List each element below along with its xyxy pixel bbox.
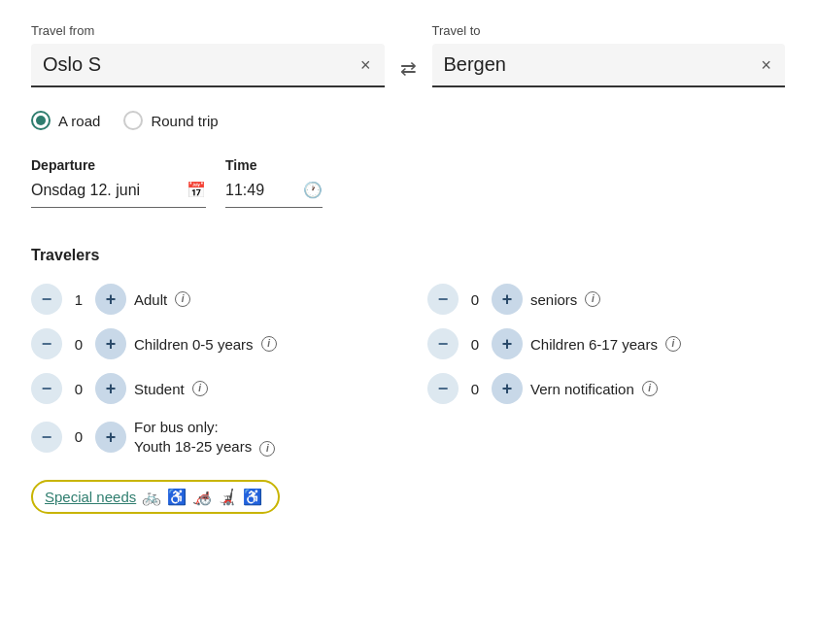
radio-label-round-trip: Round trip — [151, 113, 218, 129]
traveler-row-bus-youth: − 0 + For bus only: Youth 18-25 years i — [31, 418, 389, 457]
travelers-label: Travelers — [31, 247, 785, 264]
departure-input-wrap[interactable]: Onsdag 12. juni 📅 — [31, 181, 206, 208]
special-needs-wrap: Special needs 🚲 ♿ 🦽 🦼 ♿ — [31, 480, 280, 514]
special-needs-row: Special needs 🚲 ♿ 🦽 🦼 ♿ — [31, 480, 785, 514]
adult-info-icon[interactable]: i — [175, 291, 190, 307]
radio-label-a-road: A road — [58, 113, 100, 129]
travelers-right-col: − 0 + seniors i − 0 + Children 6-17 year… — [427, 284, 785, 457]
traveler-row-student: − 0 + Student i — [31, 373, 389, 404]
radio-option-a-road[interactable]: A road — [31, 111, 100, 130]
children617-label: Children 6-17 years — [530, 336, 658, 353]
bus-youth-decrement-button[interactable]: − — [31, 422, 62, 453]
bus-youth-label: For bus only: Youth 18-25 years i — [134, 418, 275, 457]
vern-label: Vern notification — [530, 381, 634, 397]
children05-decrement-button[interactable]: − — [31, 328, 62, 359]
children617-count: 0 — [466, 336, 484, 353]
wheelchair-icon-4: ♿ — [243, 488, 262, 506]
student-decrement-button[interactable]: − — [31, 373, 62, 404]
swap-button[interactable]: ⇄ — [396, 56, 421, 80]
seniors-decrement-button[interactable]: − — [427, 284, 459, 315]
radio-dot-a-road — [36, 116, 46, 125]
bus-youth-increment-button[interactable]: + — [95, 422, 126, 453]
seniors-increment-button[interactable]: + — [492, 284, 523, 315]
wheelchair-icon-2: 🦽 — [192, 488, 212, 506]
travel-to-label: Travel to — [432, 23, 786, 38]
vern-increment-button[interactable]: + — [492, 373, 523, 404]
traveler-row-children-6-17: − 0 + Children 6-17 years i — [427, 328, 785, 359]
travel-from-value: Oslo S — [43, 53, 358, 76]
route-options-row: A road Round trip — [31, 111, 785, 130]
children617-decrement-button[interactable]: − — [427, 328, 459, 359]
travel-to-clear-button[interactable]: × — [759, 56, 773, 74]
time-field: Time 11:49 🕐 — [225, 157, 323, 208]
travel-from-clear-button[interactable]: × — [358, 56, 373, 74]
bus-youth-count: 0 — [70, 428, 87, 445]
datetime-row: Departure Onsdag 12. juni 📅 Time 11:49 🕐 — [31, 157, 785, 208]
time-input-wrap[interactable]: 11:49 🕐 — [225, 181, 323, 208]
seniors-count: 0 — [466, 291, 484, 308]
traveler-row-children-0-5: − 0 + Children 0-5 years i — [31, 328, 389, 359]
vern-info-icon[interactable]: i — [642, 381, 658, 396]
departure-value: Onsdag 12. juni — [31, 182, 179, 199]
adult-decrement-button[interactable]: − — [31, 284, 62, 315]
departure-label: Departure — [31, 157, 206, 173]
student-increment-button[interactable]: + — [95, 373, 126, 404]
vern-decrement-button[interactable]: − — [427, 373, 459, 404]
vern-count: 0 — [466, 381, 484, 397]
traveler-row-adult: − 1 + Adult i — [31, 284, 389, 315]
travel-to-field: Travel to Bergen × — [432, 23, 786, 87]
radio-option-round-trip[interactable]: Round trip — [123, 111, 218, 130]
travelers-section: Travelers − 1 + Adult i − 0 + Children 0… — [31, 247, 785, 457]
travel-from-input-wrap: Oslo S × — [31, 44, 385, 87]
radio-circle-round-trip — [123, 111, 143, 130]
radio-circle-a-road — [31, 111, 51, 130]
clock-icon: 🕐 — [303, 181, 323, 199]
calendar-icon: 📅 — [187, 181, 206, 199]
children05-info-icon[interactable]: i — [261, 336, 277, 352]
adult-increment-button[interactable]: + — [95, 284, 126, 315]
swap-icon: ⇄ — [400, 56, 417, 80]
children05-label: Children 0-5 years — [134, 336, 254, 353]
traveler-row-vern: − 0 + Vern notification i — [427, 373, 785, 404]
travel-to-input-wrap: Bergen × — [432, 44, 786, 87]
special-needs-button[interactable]: Special needs — [45, 489, 136, 505]
wheelchair-icon-1: ♿ — [167, 488, 187, 506]
student-count: 0 — [70, 381, 87, 397]
children617-increment-button[interactable]: + — [492, 328, 523, 359]
travel-from-field: Travel from Oslo S × — [31, 23, 385, 87]
traveler-row-seniors: − 0 + seniors i — [427, 284, 785, 315]
children617-info-icon[interactable]: i — [665, 336, 681, 352]
travel-from-label: Travel from — [31, 23, 385, 38]
time-label: Time — [225, 157, 323, 173]
student-info-icon[interactable]: i — [192, 381, 208, 396]
children05-increment-button[interactable]: + — [95, 328, 126, 359]
seniors-info-icon[interactable]: i — [585, 291, 600, 307]
student-label: Student — [134, 381, 185, 397]
bus-youth-info-icon[interactable]: i — [259, 441, 275, 457]
wheelchair-icon-3: 🦼 — [218, 488, 237, 506]
time-value: 11:49 — [225, 182, 295, 199]
adult-label: Adult — [134, 291, 167, 308]
travel-row: Travel from Oslo S × ⇄ Travel to Bergen … — [31, 23, 785, 87]
children05-count: 0 — [70, 336, 87, 353]
travelers-left-col: − 1 + Adult i − 0 + Children 0-5 years i… — [31, 284, 389, 457]
travelers-grid: − 1 + Adult i − 0 + Children 0-5 years i… — [31, 284, 785, 457]
bike-icon: 🚲 — [142, 488, 161, 506]
travel-to-value: Bergen — [444, 53, 760, 76]
adult-count: 1 — [70, 291, 87, 308]
departure-field: Departure Onsdag 12. juni 📅 — [31, 157, 206, 208]
seniors-label: seniors — [530, 291, 577, 308]
